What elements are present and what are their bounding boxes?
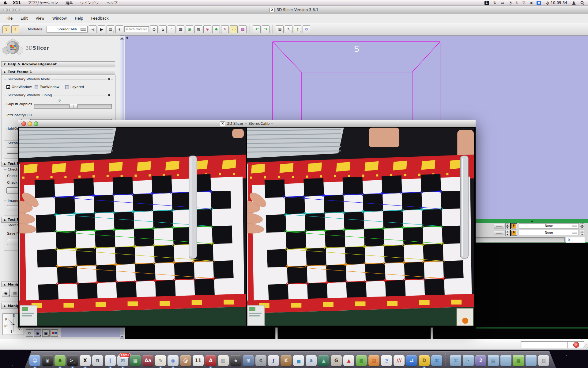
spinbox-bg2[interactable]: ▲▼	[580, 230, 584, 236]
input-source-icon[interactable]: A	[537, 1, 541, 5]
measurements-module-button[interactable]: ▭	[230, 25, 238, 33]
dock-folder-utilities-icon[interactable]: ✂	[463, 355, 474, 366]
mouse-place-button[interactable]: ↑▾	[294, 25, 301, 33]
dock-book-orange-icon[interactable]: ▩	[368, 355, 379, 366]
save-scene-button[interactable]: ⇩	[11, 25, 19, 33]
rotate-view-button[interactable]: ↺	[26, 329, 33, 337]
slicer-window-titlebar[interactable]: X 3D Slicer Version 3.6.1	[0, 6, 588, 14]
dock-acrobat-icon[interactable]: A	[205, 355, 216, 366]
layers-button[interactable]: ▣▾	[42, 329, 50, 337]
spinbox-bg[interactable]: ▲▼	[505, 230, 509, 236]
menubar-app-name[interactable]: X11	[13, 1, 21, 5]
stereo-glasses-button[interactable]	[51, 329, 58, 337]
spotlight-search-icon[interactable]	[580, 1, 584, 5]
dock-folder-misc-icon[interactable]	[526, 355, 537, 366]
scroll-up-icon[interactable]: ▲	[120, 36, 124, 40]
minimize-button[interactable]	[9, 8, 14, 12]
section-help-acknowledgement[interactable]: ▼ Help & Acknowledgement	[1, 61, 115, 67]
error-log-button[interactable]: ×	[568, 341, 584, 348]
undo-button[interactable]: ↶	[253, 25, 261, 33]
menubar-item-edit[interactable]: 編集	[66, 0, 73, 6]
dock-seashore-icon[interactable]: ♣	[55, 355, 66, 366]
menubar-item-applications[interactable]: アプリケーション	[28, 0, 58, 6]
scroll-down-icon[interactable]: ▼	[120, 335, 124, 339]
dock-iwork-icon[interactable]: ⊞	[243, 355, 254, 366]
foreground-layer-button[interactable]: F	[510, 223, 517, 229]
slice-visible-button[interactable]	[494, 231, 504, 235]
close-button[interactable]	[21, 121, 26, 126]
user-icon[interactable]	[572, 1, 576, 5]
window-count-icon[interactable]: 1	[484, 1, 489, 5]
dock-gimp-icon[interactable]: G	[331, 355, 342, 366]
menubar-item-window[interactable]: ウインドウ	[80, 0, 99, 6]
history-back-button[interactable]: ◀	[89, 25, 96, 33]
dock-safari-icon[interactable]: ◎	[168, 355, 179, 366]
menubar-clock[interactable]: 水 10:09:54	[546, 0, 567, 6]
bluetooth-icon[interactable]: ᛒ	[516, 1, 518, 5]
volumes-module-button[interactable]: ◉	[186, 25, 193, 33]
history-forward-button[interactable]: ▶	[98, 25, 105, 33]
checkbox-onewindow[interactable]: ✓OneWindow	[6, 85, 32, 89]
dock-keynote-icon[interactable]: K	[281, 355, 292, 366]
module-wizard-button[interactable]: ∗	[115, 25, 123, 33]
dock-browser-a-icon[interactable]: a	[306, 355, 317, 366]
search-modules-button[interactable]: ⊙	[150, 25, 158, 33]
gap-of-graphics-slider[interactable]	[34, 104, 112, 109]
sync-icon[interactable]: ↻	[493, 1, 496, 5]
apple-menu-icon[interactable]	[4, 1, 8, 5]
dock-folder-developer-icon[interactable]: ⌘	[450, 355, 461, 366]
wifi-icon[interactable]: ▽	[522, 1, 525, 5]
stereocalib-window[interactable]: X 3D Slicer -- StereoCalib --	[18, 120, 476, 328]
dock-addressbook-icon[interactable]: @	[180, 355, 191, 366]
dock-numbers-icon[interactable]: ▅	[293, 355, 304, 366]
resize-grip[interactable]	[583, 344, 588, 349]
redo-button[interactable]: ↷	[262, 25, 270, 33]
dock-teamviewer-icon[interactable]: ⇄	[406, 355, 417, 366]
annotations-module-button[interactable]: ✎	[221, 25, 229, 33]
dock-dictionary-icon[interactable]: Aa	[142, 355, 153, 366]
slider-handle[interactable]	[69, 104, 78, 108]
home-module-button[interactable]: ⌂	[159, 25, 167, 33]
menu-feedback[interactable]: Feedback	[87, 16, 113, 21]
close-button[interactable]	[3, 8, 8, 12]
slice-offset-field[interactable]: 0	[566, 237, 585, 243]
section-test-frame-1[interactable]: ▲ Test Frame 1	[1, 69, 115, 75]
dock-iphoto-icon[interactable]: ▨	[218, 355, 229, 366]
dock-slicer-app-icon[interactable]: ///	[394, 355, 405, 366]
menu-window[interactable]: Window	[48, 16, 71, 21]
transforms-module-button[interactable]: ▩	[194, 25, 202, 33]
spinbox-fg[interactable]: ▲▼	[505, 223, 509, 229]
scrollbar-thumb[interactable]	[120, 40, 124, 132]
colors-module-button[interactable]: ▦	[239, 25, 247, 33]
checkbox-layered[interactable]: Layered	[65, 85, 84, 89]
menu-help[interactable]: Help	[71, 16, 87, 21]
background-layer-button[interactable]: B	[510, 230, 517, 236]
fiducial-seeds-module-button[interactable]: ※	[203, 25, 211, 33]
dock-ical-icon[interactable]: 11	[193, 355, 204, 366]
checkbox-twowindow[interactable]: TwoWindow	[35, 85, 59, 89]
module-search[interactable]	[124, 26, 149, 32]
mouse-pick-button[interactable]: ↖▾	[285, 25, 292, 33]
zoom-button[interactable]	[34, 121, 38, 126]
screen-capture-button[interactable]: ↻	[303, 25, 310, 33]
menu-file[interactable]: File	[2, 16, 17, 21]
dock-cyberduck-icon[interactable]: D	[419, 355, 430, 366]
foreground-volume-select[interactable]: None	[519, 223, 579, 228]
dock-terminal-icon[interactable]: >_	[67, 355, 78, 366]
dock-imovie-icon[interactable]: ★	[230, 355, 241, 366]
dock-xcode-icon[interactable]: ⌘	[431, 355, 442, 366]
collapse-triangle-icon[interactable]: ▲	[531, 219, 533, 222]
time-machine-icon[interactable]: ◔	[508, 1, 511, 5]
fiducials-module-button[interactable]: ∴	[168, 25, 175, 33]
volume-icon[interactable]: ◀	[530, 1, 532, 5]
dock-finder-icon[interactable]: ☺	[29, 355, 40, 366]
display-icon[interactable]: ▭	[501, 1, 504, 5]
zoom-button[interactable]	[15, 8, 20, 12]
background-volume-select[interactable]: None	[519, 230, 579, 235]
slice-link-button[interactable]	[494, 224, 504, 228]
visibility-button[interactable]: ◉▾	[2, 289, 10, 297]
menu-edit[interactable]: Edit	[17, 16, 32, 21]
pane-collapse-icon[interactable]: ◀	[126, 36, 128, 39]
dock-grapher-icon[interactable]: ∫	[268, 355, 279, 366]
data-module-button[interactable]: ▦	[177, 25, 184, 33]
